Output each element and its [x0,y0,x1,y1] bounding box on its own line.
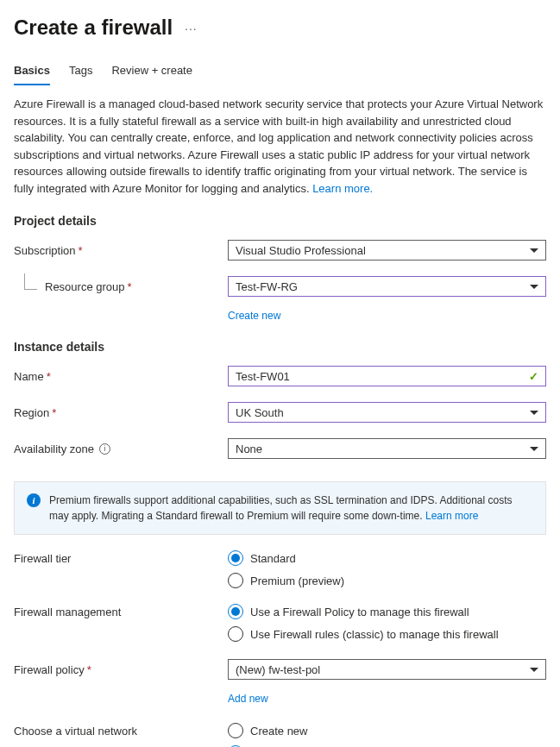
chevron-down-icon [530,668,538,672]
tab-review-create[interactable]: Review + create [111,64,192,85]
section-instance-details: Instance details [14,340,546,354]
required-marker: * [87,663,91,676]
resource-group-value: Test-FW-RG [236,280,298,293]
label-name: Name* [14,370,228,383]
radio-label: Use a Firewall Policy to manage this fir… [250,606,469,618]
radio-mgmt-classic[interactable]: Use Firewall rules (classic) to manage t… [228,626,546,642]
radio-label: Standard [250,552,296,565]
chevron-down-icon [530,411,538,415]
radio-label: Create new [250,725,307,738]
label-firewall-tier: Firewall tier [14,550,228,565]
label-choose-vnet: Choose a virtual network [14,723,228,738]
label-firewall-management: Firewall management [14,604,228,618]
section-project-details: Project details [14,214,546,228]
label-resource-group: Resource group* [14,280,228,293]
required-marker: * [52,406,56,419]
radio-label: Use Firewall rules (classic) to manage t… [250,628,499,641]
resource-group-dropdown[interactable]: Test-FW-RG [228,276,546,297]
availability-zone-dropdown[interactable]: None [228,438,546,459]
radio-label: Premium (preview) [250,574,344,587]
label-region: Region* [14,406,228,419]
add-new-policy-link[interactable]: Add new [228,693,546,705]
chevron-down-icon [530,285,538,289]
label-subscription: Subscription* [14,244,228,257]
chevron-down-icon [530,248,538,253]
page-title: Create a firewall [14,16,173,40]
tab-basics[interactable]: Basics [14,64,50,85]
banner-learn-more-link[interactable]: Learn more [425,510,478,522]
radio-tier-standard[interactable]: Standard [228,550,546,566]
region-value: UK South [236,406,284,419]
intro-text: Azure Firewall is a managed cloud-based … [14,96,546,197]
info-icon[interactable]: i [99,443,110,455]
name-input[interactable]: Test-FW01 ✓ [228,366,546,386]
premium-info-banner: i Premium firewalls support additional c… [14,481,546,535]
radio-vnet-create-new[interactable]: Create new [228,723,546,738]
required-marker: * [128,280,132,293]
more-actions-icon[interactable]: ··· [185,22,198,35]
create-new-resource-group-link[interactable]: Create new [228,310,546,322]
radio-tier-premium[interactable]: Premium (preview) [228,573,546,588]
region-dropdown[interactable]: UK South [228,402,546,423]
subscription-dropdown[interactable]: Visual Studio Professional [228,240,546,261]
radio-mgmt-policy[interactable]: Use a Firewall Policy to manage this fir… [228,604,546,619]
name-value: Test-FW01 [236,370,290,383]
learn-more-link[interactable]: Learn more. [312,182,373,195]
valid-check-icon: ✓ [529,370,538,383]
tab-tags[interactable]: Tags [69,64,92,85]
firewall-policy-value: (New) fw-test-pol [236,663,320,676]
tab-bar: Basics Tags Review + create [14,64,546,85]
required-marker: * [47,370,51,383]
label-firewall-policy: Firewall policy* [14,663,228,676]
intro-body: Azure Firewall is a managed cloud-based … [14,97,543,195]
firewall-policy-dropdown[interactable]: (New) fw-test-pol [228,659,546,680]
required-marker: * [79,244,83,257]
info-icon: i [27,493,41,507]
label-availability-zone: Availability zone i [14,443,228,455]
availability-zone-value: None [236,443,262,455]
chevron-down-icon [530,447,538,451]
subscription-value: Visual Studio Professional [236,244,366,257]
